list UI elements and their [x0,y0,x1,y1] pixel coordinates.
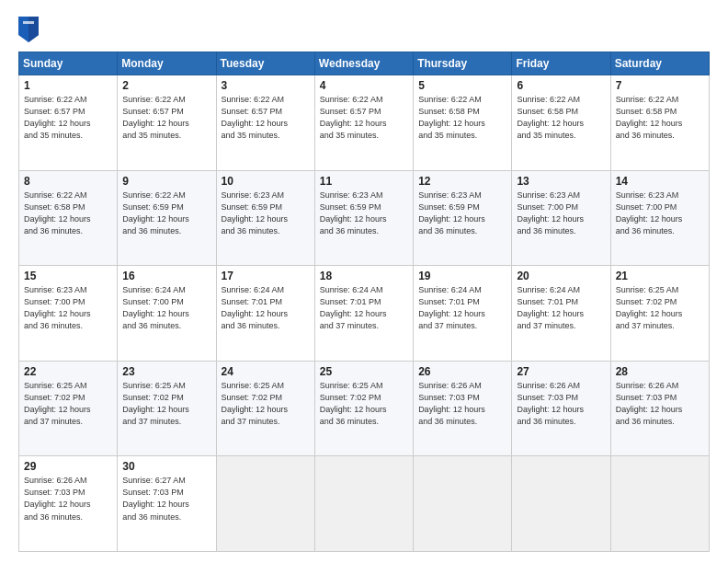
calendar-day-cell: 21Sunrise: 6:25 AM Sunset: 7:02 PM Dayli… [610,266,709,362]
day-number: 25 [320,365,408,378]
day-info: Sunrise: 6:22 AM Sunset: 6:57 PM Dayligh… [122,94,210,142]
calendar-day-cell: 26Sunrise: 6:26 AM Sunset: 7:03 PM Dayli… [414,361,512,456]
calendar-day-cell [512,456,610,552]
calendar-day-header: Friday [512,52,610,75]
day-number: 17 [222,270,310,282]
calendar-week-row: 1Sunrise: 6:22 AM Sunset: 6:57 PM Daylig… [19,75,710,171]
calendar-day-cell: 2Sunrise: 6:22 AM Sunset: 6:57 PM Daylig… [118,75,216,171]
day-info: Sunrise: 6:22 AM Sunset: 6:57 PM Dayligh… [320,94,408,142]
calendar-day-header: Wednesday [314,52,413,75]
day-number: 24 [222,365,310,378]
day-info: Sunrise: 6:25 AM Sunset: 7:02 PM Dayligh… [616,284,704,332]
calendar-day-header: Monday [118,52,216,75]
day-number: 14 [616,175,704,188]
calendar-day-cell: 13Sunrise: 6:23 AM Sunset: 7:00 PM Dayli… [512,170,610,266]
calendar-day-cell [216,456,314,552]
day-number: 12 [418,175,506,188]
calendar-day-cell: 17Sunrise: 6:24 AM Sunset: 7:01 PM Dayli… [216,266,314,362]
day-number: 15 [24,270,112,282]
logo [18,17,42,42]
day-number: 29 [24,460,112,473]
calendar-day-cell [414,456,512,552]
day-number: 2 [122,79,210,92]
day-number: 7 [616,79,704,92]
calendar-day-header: Saturday [610,52,709,75]
day-info: Sunrise: 6:23 AM Sunset: 6:59 PM Dayligh… [320,190,408,237]
calendar-day-cell: 11Sunrise: 6:23 AM Sunset: 6:59 PM Dayli… [314,170,413,266]
day-info: Sunrise: 6:23 AM Sunset: 6:59 PM Dayligh… [418,190,506,237]
day-number: 18 [320,270,408,282]
calendar-week-row: 22Sunrise: 6:25 AM Sunset: 7:02 PM Dayli… [19,361,710,456]
day-info: Sunrise: 6:25 AM Sunset: 7:02 PM Dayligh… [222,380,310,428]
day-info: Sunrise: 6:24 AM Sunset: 7:00 PM Dayligh… [122,284,210,332]
calendar-day-cell: 28Sunrise: 6:26 AM Sunset: 7:03 PM Dayli… [610,361,709,456]
calendar-day-cell: 27Sunrise: 6:26 AM Sunset: 7:03 PM Dayli… [512,361,610,456]
day-info: Sunrise: 6:22 AM Sunset: 6:57 PM Dayligh… [24,94,112,142]
day-number: 23 [122,365,210,378]
calendar-day-cell: 8Sunrise: 6:22 AM Sunset: 6:58 PM Daylig… [19,170,118,266]
day-number: 8 [24,175,112,188]
calendar-day-header: Tuesday [216,52,314,75]
day-info: Sunrise: 6:24 AM Sunset: 7:01 PM Dayligh… [517,284,605,332]
day-info: Sunrise: 6:23 AM Sunset: 7:00 PM Dayligh… [616,190,704,237]
day-number: 21 [616,270,704,282]
day-number: 9 [122,175,210,188]
day-number: 10 [222,175,310,188]
calendar-day-cell: 14Sunrise: 6:23 AM Sunset: 7:00 PM Dayli… [610,170,709,266]
calendar-day-cell: 18Sunrise: 6:24 AM Sunset: 7:01 PM Dayli… [314,266,413,362]
day-info: Sunrise: 6:22 AM Sunset: 6:59 PM Dayligh… [122,190,210,237]
day-number: 20 [517,270,605,282]
calendar-day-cell: 3Sunrise: 6:22 AM Sunset: 6:57 PM Daylig… [216,75,314,171]
calendar-day-cell: 22Sunrise: 6:25 AM Sunset: 7:02 PM Dayli… [19,361,118,456]
day-number: 19 [418,270,506,282]
day-info: Sunrise: 6:22 AM Sunset: 6:58 PM Dayligh… [418,94,506,142]
svg-marker-1 [28,17,39,42]
calendar-day-cell: 10Sunrise: 6:23 AM Sunset: 6:59 PM Dayli… [216,170,314,266]
day-info: Sunrise: 6:24 AM Sunset: 7:01 PM Dayligh… [320,284,408,332]
calendar-day-cell: 19Sunrise: 6:24 AM Sunset: 7:01 PM Dayli… [414,266,512,362]
day-info: Sunrise: 6:22 AM Sunset: 6:58 PM Dayligh… [517,94,605,142]
calendar-day-cell: 24Sunrise: 6:25 AM Sunset: 7:02 PM Dayli… [216,361,314,456]
day-info: Sunrise: 6:25 AM Sunset: 7:02 PM Dayligh… [320,380,408,428]
day-info: Sunrise: 6:22 AM Sunset: 6:58 PM Dayligh… [24,190,112,237]
calendar-week-row: 8Sunrise: 6:22 AM Sunset: 6:58 PM Daylig… [19,170,710,266]
day-info: Sunrise: 6:25 AM Sunset: 7:02 PM Dayligh… [24,380,112,428]
day-number: 5 [418,79,506,92]
calendar-day-header: Sunday [19,52,118,75]
day-info: Sunrise: 6:26 AM Sunset: 7:03 PM Dayligh… [24,475,112,523]
day-info: Sunrise: 6:25 AM Sunset: 7:02 PM Dayligh… [122,380,210,428]
calendar-day-cell [610,456,709,552]
day-number: 4 [320,79,408,92]
day-number: 3 [222,79,310,92]
day-info: Sunrise: 6:22 AM Sunset: 6:58 PM Dayligh… [616,94,704,142]
day-number: 16 [122,270,210,282]
day-number: 6 [517,79,605,92]
day-info: Sunrise: 6:24 AM Sunset: 7:01 PM Dayligh… [418,284,506,332]
calendar-header-row: SundayMondayTuesdayWednesdayThursdayFrid… [19,52,710,75]
day-info: Sunrise: 6:23 AM Sunset: 7:00 PM Dayligh… [24,284,112,332]
day-info: Sunrise: 6:26 AM Sunset: 7:03 PM Dayligh… [418,380,506,428]
header [18,17,710,42]
page: SundayMondayTuesdayWednesdayThursdayFrid… [0,0,728,563]
day-info: Sunrise: 6:23 AM Sunset: 6:59 PM Dayligh… [222,190,310,237]
day-number: 30 [122,460,210,473]
calendar-week-row: 15Sunrise: 6:23 AM Sunset: 7:00 PM Dayli… [19,266,710,362]
calendar-day-cell: 4Sunrise: 6:22 AM Sunset: 6:57 PM Daylig… [314,75,413,171]
day-info: Sunrise: 6:24 AM Sunset: 7:01 PM Dayligh… [222,284,310,332]
calendar-day-cell: 15Sunrise: 6:23 AM Sunset: 7:00 PM Dayli… [19,266,118,362]
day-info: Sunrise: 6:22 AM Sunset: 6:57 PM Dayligh… [222,94,310,142]
day-info: Sunrise: 6:27 AM Sunset: 7:03 PM Dayligh… [122,475,210,523]
day-number: 13 [517,175,605,188]
day-number: 1 [24,79,112,92]
calendar-week-row: 29Sunrise: 6:26 AM Sunset: 7:03 PM Dayli… [19,456,710,552]
day-number: 22 [24,365,112,378]
day-number: 28 [616,365,704,378]
calendar-day-cell: 29Sunrise: 6:26 AM Sunset: 7:03 PM Dayli… [19,456,118,552]
calendar-day-cell [314,456,413,552]
calendar-day-header: Thursday [414,52,512,75]
calendar-day-cell: 12Sunrise: 6:23 AM Sunset: 6:59 PM Dayli… [414,170,512,266]
calendar-day-cell: 20Sunrise: 6:24 AM Sunset: 7:01 PM Dayli… [512,266,610,362]
day-number: 27 [517,365,605,378]
calendar-day-cell: 30Sunrise: 6:27 AM Sunset: 7:03 PM Dayli… [118,456,216,552]
calendar-day-cell: 1Sunrise: 6:22 AM Sunset: 6:57 PM Daylig… [19,75,118,171]
